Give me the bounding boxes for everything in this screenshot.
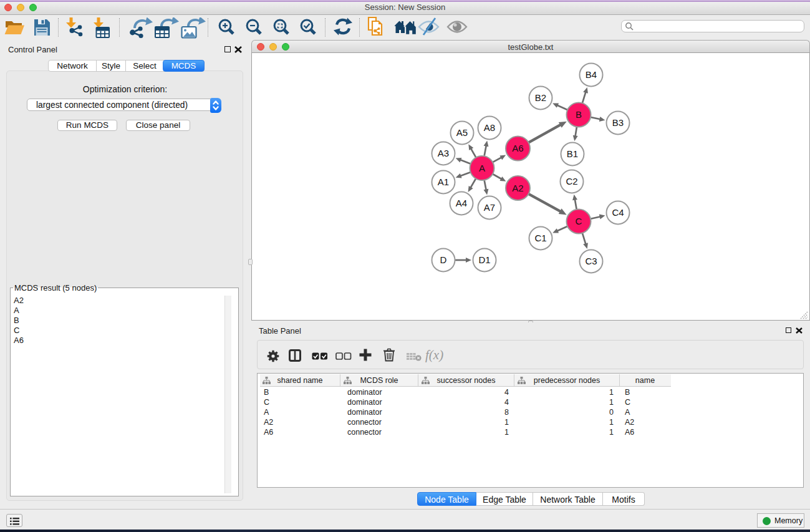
svg-text:A5: A5 [456, 127, 468, 138]
svg-text:A2: A2 [512, 183, 523, 193]
svg-text:C3: C3 [585, 256, 597, 266]
svg-text:B1: B1 [567, 148, 578, 159]
svg-text:C1: C1 [534, 233, 546, 243]
svg-text:D1: D1 [478, 254, 490, 265]
svg-text:C4: C4 [612, 207, 624, 218]
svg-text:C: C [576, 216, 582, 226]
svg-text:B: B [576, 109, 582, 120]
svg-text:A: A [479, 163, 485, 173]
svg-text:A1: A1 [438, 177, 449, 187]
svg-text:A6: A6 [512, 143, 523, 153]
svg-text:D: D [440, 254, 447, 265]
svg-text:B4: B4 [586, 69, 597, 80]
svg-text:A7: A7 [484, 202, 495, 213]
svg-text:A4: A4 [456, 198, 467, 208]
svg-text:B3: B3 [612, 117, 624, 128]
svg-text:B2: B2 [535, 92, 546, 103]
svg-text:A3: A3 [438, 148, 449, 158]
svg-text:A8: A8 [484, 122, 495, 133]
svg-text:C2: C2 [566, 176, 577, 186]
